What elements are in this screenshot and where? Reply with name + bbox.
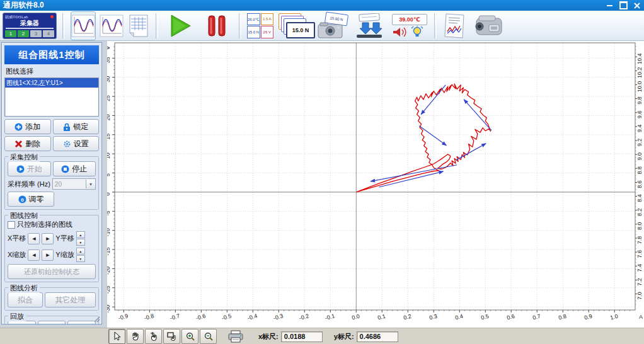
acquisition-group-title: 采集控制	[8, 152, 40, 162]
meter-display-button[interactable]: 26.0℃ 1.5 A 15.0 N 26 V	[247, 12, 273, 40]
xy-plot[interactable]: -0.9-0.8-0.7-0.6-0.5-0.4-0.3-0.2-0.10.00…	[107, 41, 644, 328]
y-zoom-label: Y缩放	[55, 250, 74, 260]
zoom-in-button[interactable]	[181, 329, 198, 344]
stacked-meter-button[interactable]: 15.0 N	[277, 12, 314, 40]
fit-button[interactable]: 拟合	[8, 292, 43, 307]
y-ruler-label: y标尺:	[334, 332, 354, 341]
import-export-icon	[353, 13, 386, 38]
svg-text:7.8: 7.8	[636, 236, 643, 244]
temperature-alert-button[interactable]: 39.00℃	[389, 12, 428, 40]
y-pan-up-button[interactable]: ▲	[76, 231, 85, 238]
x-ruler-label: x标尺:	[258, 332, 279, 341]
pan-hand-button[interactable]	[127, 329, 144, 344]
playback-rerecord-button[interactable]: 重录	[67, 321, 96, 324]
svg-text:V: V	[107, 46, 111, 50]
settings-button[interactable]: 设置	[53, 136, 100, 151]
video-camera-icon	[471, 13, 505, 38]
svg-text:-0.6: -0.6	[195, 312, 207, 321]
pause-sampling-button[interactable]	[200, 12, 233, 40]
box-zoom-button[interactable]	[163, 329, 180, 344]
svg-text:0.8: 0.8	[558, 313, 567, 321]
video-camera-button[interactable]	[471, 12, 505, 40]
x-zoom-label: X缩放	[8, 250, 26, 260]
svg-text:-0.1: -0.1	[325, 312, 336, 321]
x-zoom-out-button[interactable]: ◀	[28, 249, 40, 261]
point-pick-hand-button[interactable]	[145, 329, 162, 344]
channel-3-badge: 3	[30, 30, 42, 37]
maximize-button[interactable]	[619, 1, 628, 9]
reset-control-button[interactable]: 还原初始控制状态	[8, 264, 96, 279]
resize-grip[interactable]	[93, 315, 100, 323]
svg-text:0.4: 0.4	[454, 313, 464, 321]
svg-text:-0.7: -0.7	[170, 312, 181, 321]
toolbar-separator	[156, 13, 158, 38]
svg-text:-0.8: -0.8	[144, 312, 155, 321]
svg-text:0.5: 0.5	[480, 313, 490, 321]
import-export-button[interactable]	[353, 12, 386, 40]
snapshot-camera-button[interactable]: 15.00 N	[318, 12, 349, 40]
svg-text:0.6: 0.6	[506, 313, 515, 321]
y-pan-down-button[interactable]: ▼	[76, 239, 85, 246]
bottom-toolbar: x标尺: 0.0188 y标尺: 0.4686	[0, 328, 644, 344]
acquisition-stop-button[interactable]: 停止	[53, 161, 96, 176]
y-zoom-down-button[interactable]: ▼	[76, 255, 85, 262]
svg-text:9.0: 9.0	[636, 152, 643, 161]
analysis-group: 图线分析 拟合 其它处理	[4, 287, 99, 311]
playback-stop-button[interactable]: 停止	[38, 321, 66, 324]
curve-list-item[interactable]: 图线1<X:I2,左Y:U1>	[5, 78, 98, 88]
other-processing-button[interactable]: 其它处理	[45, 292, 96, 307]
zoom-out-button[interactable]	[200, 329, 217, 344]
delete-curve-button[interactable]: 删除	[4, 136, 51, 151]
data-table-button[interactable]	[127, 12, 150, 40]
svg-text:7.0: 7.0	[636, 292, 643, 300]
x-ruler-value: 0.0188	[281, 331, 323, 342]
svg-text:0.9: 0.9	[584, 313, 593, 321]
stacked-meter-icon: 15.0 N	[277, 13, 314, 38]
zoom-out-icon	[204, 332, 213, 341]
graph-window-button[interactable]	[71, 11, 96, 40]
close-button[interactable]	[633, 1, 641, 9]
x-zoom-in-button[interactable]: ▶	[42, 249, 54, 261]
curve-listbox[interactable]: 图线1<X:I2,左Y:U1>	[4, 77, 99, 117]
svg-text:10.2: 10.2	[636, 67, 643, 79]
toolbar-separator	[239, 13, 241, 38]
zero-adjust-button[interactable]: 0 调零	[8, 192, 54, 207]
y-zoom-up-button[interactable]: ▲	[76, 248, 85, 255]
chart-area[interactable]: -0.9-0.8-0.7-0.6-0.5-0.4-0.3-0.2-0.10.00…	[107, 41, 644, 328]
svg-text:9.8: 9.8	[636, 96, 643, 105]
collector-device-button[interactable]: 朗威®DISLab 采集器 1 2 3 4	[3, 12, 57, 40]
select-cursor-button[interactable]	[108, 329, 125, 344]
curve-control-group-title: 图线控制	[8, 211, 40, 221]
sample-rate-select[interactable]: 20 ▼	[52, 178, 96, 190]
x-pan-left-button[interactable]: ◀	[28, 233, 40, 244]
svg-text:9.2: 9.2	[636, 139, 643, 147]
main-toolbar: 朗威®DISLab 采集器 1 2 3 4	[0, 11, 644, 41]
svg-text:0.0: 0.0	[351, 313, 360, 321]
svg-text:10.4: 10.4	[636, 53, 643, 64]
svg-text:8.0: 8.0	[636, 222, 643, 231]
temperature-alert-value: 39.00℃	[392, 14, 427, 25]
start-sampling-button[interactable]	[164, 12, 197, 40]
chevron-down-icon[interactable]: ▼	[86, 180, 95, 188]
print-button[interactable]	[227, 330, 246, 343]
waveform-graph-2-icon	[100, 14, 124, 37]
graph-window-2-button[interactable]	[100, 12, 124, 40]
experiment-report-button[interactable]	[442, 12, 468, 40]
device-name-label: 采集器	[3, 19, 56, 28]
svg-text:0: 0	[21, 197, 24, 202]
add-curve-button[interactable]: 添加	[4, 119, 51, 134]
svg-text:25: 25	[107, 95, 111, 101]
svg-text:1.0: 1.0	[609, 313, 619, 321]
svg-text:-5: -5	[107, 210, 111, 215]
lock-curve-button[interactable]: 锁定	[53, 119, 100, 134]
svg-text:-0.9: -0.9	[118, 312, 129, 321]
y-ruler-value: 0.4686	[357, 331, 398, 342]
channel-2-badge: 2	[18, 30, 29, 37]
minimize-button[interactable]	[605, 1, 614, 9]
play-icon	[169, 14, 192, 38]
sample-rate-value: 20	[53, 181, 86, 188]
only-selected-checkbox[interactable]	[8, 221, 15, 229]
x-pan-right-button[interactable]: ▶	[42, 233, 54, 244]
close-icon	[634, 3, 640, 9]
acquisition-start-button[interactable]: 开始	[8, 161, 51, 176]
